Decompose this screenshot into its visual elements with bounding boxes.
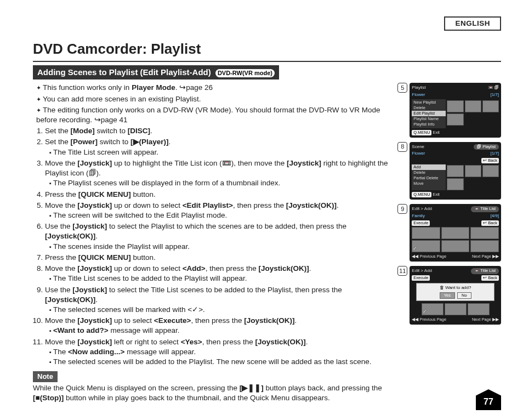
- menu-item[interactable]: New Playlist: [412, 100, 446, 105]
- menu-item[interactable]: Delete: [412, 170, 446, 175]
- figure-5: 5 Playlist 📼 🗐 Flower [1/7] New Playlist…: [397, 83, 501, 137]
- next-page[interactable]: Next Page ▶▶: [472, 254, 499, 259]
- intro-bullet: The editing function only works on a DVD…: [36, 105, 392, 125]
- intro-bullet: This function works only in Player Mode.…: [36, 83, 392, 93]
- thumbnail[interactable]: [447, 165, 463, 177]
- next-page[interactable]: Next Page ▶▶: [472, 317, 499, 322]
- exit-label: Exit: [433, 192, 440, 197]
- instruction-column: This function works only in Player Mode.…: [33, 83, 392, 403]
- back-button[interactable]: ↩ Back: [481, 275, 499, 281]
- thumbnail[interactable]: [441, 240, 470, 252]
- scr-header: Playlist: [412, 85, 425, 91]
- step-item: Use the [Joystick] to select the Playlis…: [45, 222, 392, 252]
- step-sub-item: The screen will be switched to the Edit …: [49, 211, 392, 220]
- menu-item[interactable]: Edit Playlist: [412, 111, 446, 116]
- playlist-tab: 🗐 Playlist: [474, 144, 499, 150]
- exit-label: Exit: [433, 130, 440, 135]
- scr-count: [4/9]: [490, 213, 499, 219]
- figure-column: 5 Playlist 📼 🗐 Flower [1/7] New Playlist…: [397, 83, 501, 403]
- section-title: Adding Scenes to Playlist (Edit Playlist…: [37, 67, 211, 77]
- step-sub-item: The Playlist scenes will be displayed in…: [49, 178, 392, 188]
- step-sub-item: The selected scenes will be marked with …: [49, 305, 392, 315]
- intro-bullet: You can add more scenes in an existing P…: [36, 94, 392, 104]
- menu-item[interactable]: Playlist Name: [412, 116, 446, 122]
- figure-number: 11: [397, 266, 407, 276]
- execute-button[interactable]: Execute: [412, 220, 430, 226]
- scr-count: [1/7]: [490, 92, 499, 98]
- no-button[interactable]: No: [457, 292, 471, 299]
- scr-subtitle: Flower: [412, 151, 425, 157]
- quick-menu[interactable]: AddDeletePartial DeleteMove: [412, 164, 446, 190]
- thumbnail[interactable]: [445, 303, 467, 315]
- step-item: Move the [Joystick] up to highlight the …: [45, 158, 392, 189]
- thumbnail[interactable]: [441, 227, 470, 239]
- menu-item[interactable]: Add: [412, 164, 446, 170]
- thumbnail-selected[interactable]: [422, 303, 444, 315]
- step-item: Set the [Power] switch to [▶(Player)].Th…: [45, 137, 392, 157]
- thumbnail[interactable]: [482, 100, 499, 112]
- thumbnail[interactable]: [470, 240, 499, 252]
- titlelist-tab: 📼 Title List: [471, 268, 499, 274]
- note-text: While the Quick Menu is displayed on the…: [33, 383, 392, 403]
- figure-number: 9: [397, 204, 407, 214]
- breadcrumb: Edit > Add: [412, 206, 432, 212]
- step-sub-item: The scenes inside the Playlist will appe…: [49, 242, 392, 252]
- dialog-message: 🗑 Want to add?: [418, 285, 493, 291]
- back-button[interactable]: ↩ Back: [481, 220, 499, 226]
- tab-icons: 📼 🗐: [488, 85, 499, 91]
- qmenu-button[interactable]: Q.MENU: [412, 130, 431, 135]
- figure-number: 5: [397, 83, 407, 93]
- yes-button[interactable]: Yes: [440, 292, 455, 299]
- section-heading: Adding Scenes to Playlist (Edit Playlist…: [33, 65, 279, 80]
- step-sub-item: The <Now adding...> message will appear.: [49, 347, 392, 357]
- thumbnail-selected[interactable]: [412, 240, 440, 252]
- steps-list: Set the [Mode] switch to [DISC].Set the …: [33, 126, 392, 367]
- step-item: Move the [Joystick] up or down to select…: [45, 264, 392, 283]
- breadcrumb: Edit > Add: [412, 268, 432, 274]
- thumbnail[interactable]: [482, 165, 499, 177]
- step-item: Use the [Joystick] to select the Title L…: [45, 285, 392, 315]
- execute-button[interactable]: Execute: [412, 275, 430, 281]
- thumbnail[interactable]: [447, 178, 463, 190]
- step-item: Move the [Joystick] up or down to select…: [45, 201, 392, 220]
- menu-item[interactable]: Partial Delete: [412, 175, 446, 181]
- figure-9: 9 Edit > Add 📼 Title List Family [4/9] E…: [397, 204, 501, 262]
- thumbnail[interactable]: [470, 227, 499, 239]
- figure-11: 11 Edit > Add 📼 Title List Execute ↩ Bac…: [397, 266, 501, 325]
- step-sub-item: <Want to add?> message will appear.: [49, 326, 392, 336]
- thumbnail[interactable]: [447, 113, 463, 126]
- thumbnail[interactable]: [468, 303, 490, 315]
- scr-subtitle: Flower: [412, 92, 425, 98]
- step-sub-item: The selected scenes will be added to the…: [49, 357, 392, 367]
- back-button[interactable]: ↩ Back: [481, 158, 499, 163]
- menu-item[interactable]: Playlist Info: [412, 122, 446, 127]
- thumbnail[interactable]: [412, 227, 440, 239]
- menu-item[interactable]: Delete: [412, 105, 446, 111]
- figure-number: 8: [397, 142, 407, 152]
- step-item: Press the [QUICK MENU] button.: [45, 190, 392, 200]
- thumbnail[interactable]: [465, 165, 481, 177]
- thumbnail[interactable]: [465, 100, 481, 112]
- qmenu-button[interactable]: Q.MENU: [412, 192, 431, 197]
- figure-8: 8 Scene 🗐 Playlist Flower [1/7] ↩ Back A…: [397, 142, 501, 200]
- note-label: Note: [33, 371, 58, 382]
- step-item: Set the [Mode] switch to [DISC].: [45, 126, 392, 136]
- scr-subtitle: Family: [412, 213, 425, 219]
- step-sub-item: The Title List screen will appear.: [49, 147, 392, 157]
- menu-item[interactable]: Move: [412, 181, 446, 186]
- quick-menu[interactable]: New PlaylistDeleteEdit PlaylistPlaylist …: [412, 99, 446, 128]
- titlelist-tab: 📼 Title List: [471, 206, 499, 212]
- page-title: DVD Camcorder: Playlist: [33, 39, 501, 62]
- scr-count: [1/7]: [490, 151, 499, 157]
- intro-list: This function works only in Player Mode.…: [33, 83, 392, 125]
- step-item: Move the [Joystick] left or right to sel…: [45, 337, 392, 367]
- prev-page[interactable]: ◀◀ Previous Page: [412, 317, 446, 322]
- step-item: Move the [Joystick] up to select <Execut…: [45, 316, 392, 336]
- confirm-dialog: 🗑 Want to add? Yes No: [416, 283, 494, 301]
- scr-header: Scene: [412, 144, 424, 150]
- mode-badge: DVD-RW(VR mode): [215, 69, 275, 77]
- thumbnail[interactable]: [447, 100, 463, 112]
- prev-page[interactable]: ◀◀ Previous Page: [412, 254, 446, 259]
- step-item: Press the [QUICK MENU] button.: [45, 253, 392, 263]
- step-sub-item: The Title List scenes to be added to the…: [49, 274, 392, 283]
